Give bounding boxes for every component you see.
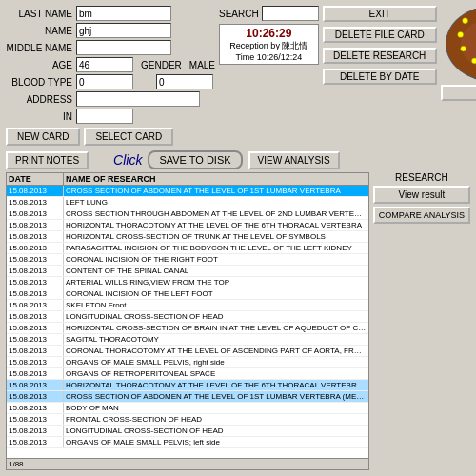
table-cell-name: HORIZONTAL CROSS-SECTION OF BRAIN IN AT … <box>64 323 368 333</box>
view-result-button[interactable]: View result <box>373 186 470 204</box>
svg-point-13 <box>457 31 463 37</box>
datetime-box: 10:26:29 Reception by 陳北情 Time 10:26/12:… <box>219 24 319 65</box>
select-card-button[interactable]: SELECT CARD <box>84 128 173 146</box>
col-name-header: NAME OF RESEARCH <box>64 173 368 185</box>
table-cell-name: ARTERIAL WILLS RING,VIEW FROM THE TOP <box>64 277 368 288</box>
card-buttons-row: NEW CARD SELECT CARD <box>6 128 215 146</box>
table-cell-date: 15.08.2013 <box>7 243 64 253</box>
table-cell-date: 15.08.2013 <box>7 220 64 230</box>
table-row[interactable]: 15.08.2013BODY OF MAN <box>7 403 368 414</box>
table-row[interactable]: 15.08.2013HORIZONTAL THORACOTOMY AT THE … <box>7 380 368 391</box>
research-label: RESEARCH <box>373 172 470 183</box>
table-cell-name: ORGANS OF RETROPERITONEAL SPACE <box>64 368 368 379</box>
table-cell-date: 15.08.2013 <box>7 288 64 299</box>
table-cell-date: 15.08.2013 <box>7 277 64 288</box>
compare-analysis-button[interactable]: COMPARE ANALYSIS <box>373 207 470 224</box>
top-section: LAST NAME NAME MIDDLE NAME AGE GENDER MA… <box>6 6 470 146</box>
table-cell-date: 15.08.2013 <box>7 357 64 367</box>
table-row[interactable]: 15.08.2013CROSS SECTION THROUGH ABDOMEN … <box>7 208 368 220</box>
graphic-panel: Graphic <box>441 6 476 146</box>
table-cell-name: SAGITAL THORACOTOMY <box>64 334 368 345</box>
table-cell-date: 15.08.2013 <box>7 380 64 390</box>
table-row[interactable]: 15.08.2013FRONTAL CROSS-SECTION OF HEAD <box>7 414 368 426</box>
table-cell-date: 15.08.2013 <box>7 323 64 333</box>
table-row[interactable]: 15.08.2013SAGITAL THORACOTOMY <box>7 334 368 346</box>
table-row[interactable]: 15.08.2013CORONAL INCISION OF THE LEFT F… <box>7 288 368 300</box>
table-cell-date: 15.08.2013 <box>7 414 64 425</box>
exit-button[interactable]: EXIT <box>323 6 437 22</box>
table-row[interactable]: 15.08.2013ORGANS OF MALE SMALL PELVIS, r… <box>7 357 368 368</box>
research-table: DATE NAME OF RESEARCH 15.08.2013CROSS SE… <box>6 172 369 470</box>
table-cell-name: CORONAL THORACOTOMY AT THE LEVEL OF ASCE… <box>64 346 368 356</box>
last-name-row: LAST NAME <box>6 6 215 21</box>
search-row: SEARCH <box>219 6 319 21</box>
name-input[interactable] <box>76 23 171 38</box>
table-cell-date: 15.08.2013 <box>7 403 64 413</box>
table-row[interactable]: 15.08.2013PARASAGITTAL INCISION OF THE B… <box>7 243 368 254</box>
delete-research-button[interactable]: DELETE RESEARCH <box>323 48 437 64</box>
search-input[interactable] <box>262 6 319 21</box>
gender-label: GENDER <box>141 60 182 70</box>
middle-name-label: MIDDLE NAME <box>6 43 72 53</box>
table-row[interactable]: 15.08.2013ARTERIAL WILLS RING,VIEW FROM … <box>7 277 368 288</box>
table-row[interactable]: 15.08.2013CROSS SECTION OF ABDOMEN AT TH… <box>7 391 368 403</box>
blood-type-input[interactable] <box>76 74 133 89</box>
last-name-input[interactable] <box>76 6 171 21</box>
blood-value2-input[interactable] <box>156 74 213 89</box>
new-card-button[interactable]: NEW CARD <box>6 128 80 146</box>
last-name-label: LAST NAME <box>6 9 72 19</box>
name-label: NAME <box>6 26 72 36</box>
graphic-button[interactable]: Graphic <box>441 85 476 101</box>
graphic-dots <box>446 7 476 81</box>
table-cell-name: SKELETON Front <box>64 300 368 310</box>
table-cell-name: CROSS SECTION OF ABDOMEN AT THE LEVEL OF… <box>64 391 368 402</box>
delete-by-date-button[interactable]: DELETE BY DATE <box>323 69 437 85</box>
table-cell-name: PARASAGITTAL INCISION OF THE BODYCON THE… <box>64 243 368 253</box>
save-to-disk-button[interactable]: SAVE TO DISK <box>148 150 242 169</box>
table-cell-date: 15.08.2013 <box>7 197 64 208</box>
table-cell-name: ORGANS OF MALE SMALL PELVIS; left side <box>64 437 368 447</box>
table-cell-date: 15.08.2013 <box>7 186 64 196</box>
view-analysis-button[interactable]: VIEW ANALYSIS <box>248 151 340 169</box>
center-panel: SEARCH 10:26:29 Reception by 陳北情 Time 10… <box>219 6 319 146</box>
svg-point-12 <box>460 46 466 51</box>
table-row[interactable]: 15.08.2013HORIZONTAL CROSS-SECTION OF BR… <box>7 323 368 334</box>
delete-file-card-button[interactable]: DELETE FILE CARD <box>323 27 437 43</box>
search-label: SEARCH <box>219 9 259 19</box>
table-row[interactable]: 15.08.2013HORIZONTAL THORACOTOMY AT THE … <box>7 220 368 231</box>
table-row[interactable]: 15.08.2013LEFT LUNG <box>7 197 368 208</box>
middle-name-input[interactable] <box>76 40 171 55</box>
table-row[interactable]: 15.08.2013ORGANS OF RETROPERITONEAL SPAC… <box>7 368 368 380</box>
table-row[interactable]: 15.08.2013ORGANS OF MALE SMALL PELVIS; l… <box>7 437 368 448</box>
col-date-header: DATE <box>7 173 64 185</box>
right-table-buttons: RESEARCH View result COMPARE ANALYSIS <box>373 172 470 470</box>
print-notes-button[interactable]: PRINT NOTES <box>6 151 89 169</box>
table-body[interactable]: 15.08.2013CROSS SECTION OF ABDOMEN AT TH… <box>7 186 368 458</box>
main-container: LAST NAME NAME MIDDLE NAME AGE GENDER MA… <box>0 0 476 476</box>
table-row[interactable]: 15.08.2013CORONAL THORACOTOMY AT THE LEV… <box>7 346 368 357</box>
age-input[interactable] <box>76 57 133 72</box>
in-input[interactable] <box>76 109 133 124</box>
blood-type-row: BLOOD TYPE <box>6 74 215 89</box>
table-cell-name: CROSS SECTION THROUGH ABDOMEN AT THE LEV… <box>64 208 368 219</box>
table-section: DATE NAME OF RESEARCH 15.08.2013CROSS SE… <box>6 172 470 470</box>
in-row: IN <box>6 109 215 124</box>
right-panel: EXIT DELETE FILE CARD DELETE RESEARCH DE… <box>323 6 437 146</box>
table-cell-date: 15.08.2013 <box>7 346 64 356</box>
table-cell-name: LONGITUDINAL CROSS-SECTION OF HEAD <box>64 426 368 436</box>
address-input[interactable] <box>76 91 200 107</box>
table-row[interactable]: 15.08.2013HORIZONTAL CROSS-SECTION OF TR… <box>7 231 368 243</box>
svg-point-2 <box>462 18 467 24</box>
table-row[interactable]: 15.08.2013CONTENT OF THE SPINAL CANAL <box>7 266 368 277</box>
table-row[interactable]: 15.08.2013CORONAL INCISION OF THE RIGHT … <box>7 254 368 266</box>
table-row[interactable]: 15.08.2013LONGITUDINAL CROSS-SECTION OF … <box>7 426 368 437</box>
table-cell-date: 15.08.2013 <box>7 426 64 436</box>
datetime-reception: Reception by 陳北情 <box>224 40 314 52</box>
table-row[interactable]: 15.08.2013CROSS SECTION OF ABDOMEN AT TH… <box>7 186 368 197</box>
table-cell-date: 15.08.2013 <box>7 300 64 310</box>
table-row[interactable]: 15.08.2013LONGITUDINAL CROSS-SECTION OF … <box>7 311 368 323</box>
age-label: AGE <box>6 60 72 70</box>
address-label: ADDRESS <box>6 94 72 105</box>
table-row[interactable]: 15.08.2013SKELETON Front <box>7 300 368 311</box>
table-cell-name: CORONAL INCISION OF THE RIGHT FOOT <box>64 254 368 265</box>
